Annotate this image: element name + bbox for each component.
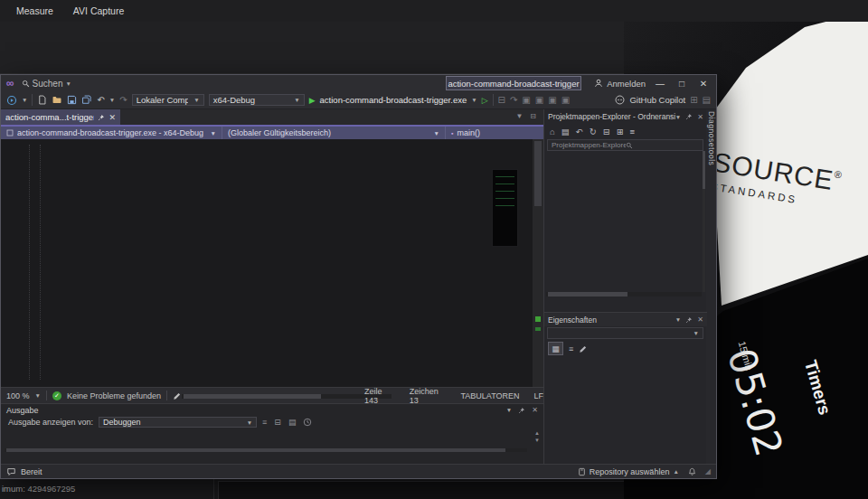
scrollbar-thumb[interactable] bbox=[534, 141, 542, 206]
save-icon[interactable] bbox=[67, 95, 77, 105]
close-tab-icon[interactable]: ✕ bbox=[108, 113, 116, 122]
explorer-scrollbar[interactable] bbox=[703, 151, 705, 292]
pin-icon[interactable] bbox=[685, 316, 693, 324]
output-horizontal-scrollbar[interactable] bbox=[5, 448, 527, 452]
pin-icon[interactable] bbox=[98, 114, 105, 121]
float-window-icon[interactable]: ⊟ bbox=[530, 112, 536, 120]
capture-menu-measure[interactable]: Measure bbox=[16, 5, 53, 16]
copilot-group[interactable]: GitHub Copilot ⊞ ▤ bbox=[615, 95, 716, 105]
target-machine-select[interactable]: Lokaler Computer▼ bbox=[132, 94, 204, 106]
editor-horizontal-scrollbar[interactable] bbox=[182, 394, 392, 399]
close-button[interactable]: ✕ bbox=[696, 79, 711, 89]
account-icon[interactable]: ▤ bbox=[703, 95, 711, 105]
collapse-all-icon[interactable]: ⊟ bbox=[603, 127, 610, 137]
capture-menu-avi-capture[interactable]: AVI Capture bbox=[73, 5, 124, 16]
chevron-down-icon[interactable]: ▼ bbox=[675, 114, 681, 120]
crumb-project-dropdown[interactable]: action-command-broadcast-trigger.exe - x… bbox=[1, 127, 222, 139]
clock-icon[interactable] bbox=[303, 418, 312, 427]
run-target-label[interactable]: action-command-broadcast-trigger.exe bbox=[320, 95, 467, 105]
step-over-icon[interactable]: ↷ bbox=[510, 95, 517, 105]
select-repository-button[interactable]: Repository auswählen ▲ bbox=[578, 467, 679, 476]
attach-icon[interactable]: ⊟ bbox=[498, 95, 505, 105]
messages-icon[interactable]: ▤ bbox=[288, 418, 297, 427]
zoom-level[interactable]: 100 % bbox=[6, 391, 30, 400]
divider bbox=[166, 391, 167, 400]
maximize-button[interactable]: □ bbox=[675, 79, 689, 89]
breakpoint-window-icon[interactable]: ▣ bbox=[522, 95, 530, 105]
tab-list-icon[interactable]: ▼ bbox=[515, 112, 523, 120]
close-panel-icon[interactable]: ✕ bbox=[532, 406, 538, 414]
scrollbar-thumb[interactable] bbox=[703, 151, 705, 189]
output-source-select[interactable]: Debuggen ▼ bbox=[99, 417, 257, 428]
chevron-down-icon[interactable]: ▼ bbox=[675, 316, 681, 323]
person-icon bbox=[594, 79, 603, 88]
wrap-text-icon[interactable]: ⊟ bbox=[274, 418, 281, 427]
editor-tab-active[interactable]: action-comma...t-trigger.cpp ✕ bbox=[1, 109, 120, 125]
undo-icon[interactable]: ↶ bbox=[576, 127, 583, 137]
code-editor[interactable] bbox=[1, 139, 543, 387]
scrollbar-thumb[interactable] bbox=[548, 292, 627, 297]
line-indicator[interactable]: Zeile 143 bbox=[364, 387, 395, 405]
chevron-down-icon[interactable]: ▼ bbox=[109, 97, 115, 103]
property-pages-icon[interactable] bbox=[579, 344, 588, 353]
feedback-icon[interactable]: ⊞ bbox=[690, 95, 697, 105]
problems-status[interactable]: Keine Probleme gefunden bbox=[67, 391, 161, 400]
start-debugging-icon[interactable]: ▶ bbox=[309, 96, 316, 105]
save-all-icon[interactable] bbox=[81, 95, 92, 105]
undo-icon[interactable]: ↶ bbox=[97, 95, 104, 105]
feedback-bubble-icon[interactable] bbox=[6, 467, 16, 476]
redo-icon[interactable]: ↷ bbox=[119, 95, 127, 105]
refresh-icon[interactable]: ↻ bbox=[590, 127, 597, 137]
chevron-down-icon[interactable]: ▼ bbox=[471, 97, 476, 103]
column-indicator[interactable]: Zeichen 13 bbox=[410, 387, 447, 405]
editor-vertical-scrollbar[interactable] bbox=[533, 139, 543, 387]
sign-in-button[interactable]: Anmelden bbox=[594, 79, 646, 89]
indent-indicator[interactable]: TABULATOREN bbox=[460, 391, 519, 400]
chevron-down-icon[interactable]: ▼ bbox=[506, 407, 512, 413]
scroll-up-icon[interactable]: ▲ bbox=[533, 429, 542, 437]
show-all-files-icon[interactable]: ⊞ bbox=[617, 127, 624, 137]
breakpoint-window-icon[interactable]: ▣ bbox=[561, 95, 570, 105]
crumb-scope-dropdown[interactable]: (Globaler Gültigkeitsbereich) ▼ bbox=[222, 127, 446, 139]
configuration-select[interactable]: x64-Debug▼ bbox=[209, 94, 305, 106]
crumb-member-dropdown[interactable]: ▪ main() bbox=[446, 127, 543, 139]
maximum-value-label: imum: 4294967295 bbox=[2, 484, 75, 494]
chevron-down-icon: ▼ bbox=[247, 419, 252, 426]
home-icon[interactable]: ⌂ bbox=[550, 127, 555, 137]
window-title[interactable]: action-command-broadcast-trigger bbox=[446, 76, 581, 90]
open-folder-icon[interactable] bbox=[52, 95, 62, 105]
resize-grip[interactable]: ◢ bbox=[705, 467, 711, 475]
settings-icon[interactable]: ≡ bbox=[630, 127, 636, 137]
explorer-horizontal-scrollbar[interactable] bbox=[546, 292, 702, 297]
output-content[interactable] bbox=[1, 428, 531, 447]
quick-search[interactable]: Suchen ▼ bbox=[22, 79, 71, 89]
chevron-down-icon[interactable]: ▼ bbox=[22, 97, 27, 103]
pen-icon[interactable] bbox=[173, 391, 182, 400]
eol-indicator[interactable]: LF bbox=[533, 391, 543, 400]
diagnostics-side-tab[interactable]: Diagnosetools bbox=[706, 111, 716, 229]
categorized-icon[interactable]: ▦ bbox=[548, 342, 563, 355]
minimize-button[interactable]: — bbox=[653, 79, 667, 89]
debug-target-icon[interactable] bbox=[6, 95, 17, 106]
configuration-value: x64-Debug bbox=[213, 95, 255, 105]
breakpoint-window-icon[interactable]: ▣ bbox=[548, 95, 556, 105]
clear-output-icon[interactable]: ≡ bbox=[262, 418, 267, 427]
solution-explorer-search[interactable]: Projektmappen-Explorer - Ordneransicht d… bbox=[547, 139, 703, 151]
bell-icon[interactable] bbox=[688, 467, 696, 476]
pin-icon[interactable] bbox=[685, 113, 693, 120]
output-vertical-scrollbar[interactable]: ▲▼ bbox=[533, 429, 542, 449]
properties-object-select[interactable]: ▼ bbox=[547, 327, 703, 339]
chevron-down-icon[interactable]: ▼ bbox=[35, 392, 41, 399]
scrollbar-thumb[interactable] bbox=[6, 448, 505, 452]
switch-view-icon[interactable]: ▤ bbox=[561, 127, 570, 137]
scroll-down-icon[interactable]: ▼ bbox=[533, 437, 542, 444]
scrollbar-thumb[interactable] bbox=[184, 394, 321, 399]
close-panel-icon[interactable]: ✕ bbox=[697, 113, 703, 121]
search-icon bbox=[626, 142, 700, 149]
start-without-debugging-icon[interactable]: ▷ bbox=[482, 96, 488, 105]
close-panel-icon[interactable]: ✕ bbox=[697, 315, 703, 324]
new-file-icon[interactable] bbox=[37, 95, 47, 105]
pin-icon[interactable] bbox=[518, 407, 525, 414]
breakpoint-window-icon[interactable]: ▣ bbox=[535, 95, 543, 105]
alphabetical-icon[interactable]: ≡ bbox=[569, 344, 573, 353]
